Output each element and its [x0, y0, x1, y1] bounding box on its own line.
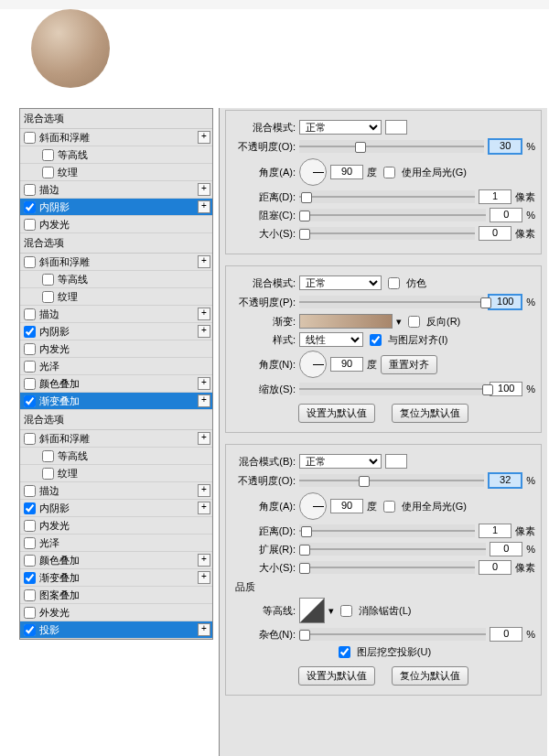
inner-glow-checkbox-2[interactable]: [24, 343, 36, 355]
color-overlay-checkbox-3[interactable]: [24, 555, 36, 567]
texture-checkbox-1[interactable]: [42, 167, 54, 178]
contour-checkbox-3[interactable]: [42, 450, 54, 462]
color-swatch-3[interactable]: [385, 454, 407, 469]
contour-label[interactable]: 等高线: [58, 148, 210, 162]
spread-input[interactable]: 0: [490, 542, 522, 556]
expand-icon[interactable]: +: [198, 571, 210, 584]
inner-shadow-checkbox-2[interactable]: [24, 326, 36, 338]
pattern-overlay-checkbox-3[interactable]: [24, 589, 36, 601]
reset-align-button[interactable]: 重置对齐: [381, 355, 437, 374]
color-swatch[interactable]: [385, 120, 407, 135]
reset-default-button-3[interactable]: 复位为默认值: [392, 666, 468, 686]
dither-checkbox[interactable]: [388, 277, 400, 289]
knockout-checkbox[interactable]: [339, 646, 350, 658]
global-light-checkbox-3[interactable]: [383, 501, 395, 513]
blend-options-header-3[interactable]: 混合选项: [20, 410, 212, 430]
bevel-emboss-checkbox-2[interactable]: [24, 256, 36, 268]
distance-slider[interactable]: [299, 190, 475, 203]
expand-icon[interactable]: +: [198, 377, 210, 390]
opacity-slider[interactable]: [299, 140, 484, 153]
contour-checkbox-2[interactable]: [42, 274, 54, 286]
stroke-checkbox-2[interactable]: [24, 308, 36, 320]
inner-glow-label[interactable]: 内发光: [39, 218, 210, 232]
distance-slider-3[interactable]: [299, 524, 475, 537]
gradient-picker[interactable]: [299, 314, 393, 329]
opacity-input-3[interactable]: 32: [488, 472, 522, 489]
contour-checkbox-1[interactable]: [42, 149, 54, 161]
antialias-checkbox[interactable]: [340, 605, 352, 617]
bevel-emboss-label[interactable]: 斜面和浮雕: [39, 131, 198, 145]
expand-icon[interactable]: +: [198, 255, 210, 268]
blend-mode-select[interactable]: 正常: [299, 120, 382, 135]
choke-input[interactable]: 0: [490, 208, 522, 222]
contour-dropdown-icon[interactable]: ▾: [328, 605, 334, 617]
expand-icon[interactable]: +: [198, 183, 210, 196]
expand-icon[interactable]: +: [198, 432, 210, 445]
noise-input[interactable]: 0: [490, 627, 522, 642]
expand-icon[interactable]: +: [198, 502, 210, 514]
angle-input-2[interactable]: 90: [330, 357, 363, 372]
align-checkbox[interactable]: [370, 334, 382, 346]
contour-picker[interactable]: [299, 598, 325, 623]
opacity-slider-2[interactable]: [299, 296, 484, 308]
texture-checkbox-3[interactable]: [42, 468, 54, 480]
expand-icon[interactable]: +: [198, 484, 210, 497]
blend-mode-select-3[interactable]: 正常: [299, 454, 382, 469]
satin-checkbox-2[interactable]: [24, 361, 36, 373]
color-overlay-checkbox-2[interactable]: [24, 378, 36, 390]
gradient-overlay-checkbox-3[interactable]: [24, 572, 36, 584]
size-slider[interactable]: [299, 227, 475, 240]
noise-slider[interactable]: [299, 628, 486, 641]
inner-glow-checkbox-1[interactable]: [24, 219, 36, 231]
texture-label[interactable]: 纹理: [58, 166, 210, 179]
drop-shadow-checkbox-3[interactable]: [24, 624, 36, 636]
make-default-button-3[interactable]: 设置为默认值: [298, 666, 375, 686]
gradient-dropdown-icon[interactable]: ▾: [396, 316, 402, 328]
angle-dial-2[interactable]: [299, 351, 327, 378]
opacity-input-2[interactable]: 100: [488, 294, 522, 310]
bevel-emboss-checkbox-1[interactable]: [24, 132, 36, 144]
global-light-checkbox[interactable]: [383, 167, 395, 178]
size-input-3[interactable]: 0: [479, 560, 511, 575]
blend-options-header[interactable]: 混合选项: [20, 109, 212, 129]
expand-icon[interactable]: +: [198, 308, 210, 320]
stroke-checkbox-1[interactable]: [24, 184, 36, 196]
inner-glow-checkbox-3[interactable]: [24, 520, 36, 532]
make-default-button[interactable]: 设置为默认值: [298, 404, 375, 423]
texture-checkbox-2[interactable]: [42, 291, 54, 303]
angle-input[interactable]: 90: [330, 165, 363, 179]
distance-input[interactable]: 1: [479, 189, 511, 204]
spread-slider[interactable]: [299, 543, 486, 556]
inner-shadow-checkbox-3[interactable]: [24, 502, 36, 514]
opacity-slider-3[interactable]: [299, 474, 484, 487]
inner-shadow-checkbox-1[interactable]: [24, 201, 36, 213]
distance-input-3[interactable]: 1: [479, 524, 511, 538]
scale-slider[interactable]: [299, 383, 486, 395]
expand-icon[interactable]: +: [198, 394, 210, 407]
expand-icon[interactable]: +: [198, 200, 210, 213]
inner-shadow-label[interactable]: 内阴影: [39, 200, 198, 214]
stroke-checkbox-3[interactable]: [24, 485, 36, 497]
choke-slider[interactable]: [299, 209, 486, 221]
expand-icon[interactable]: +: [198, 131, 210, 144]
reset-default-button[interactable]: 复位为默认值: [392, 404, 468, 423]
angle-input-3[interactable]: 90: [330, 499, 363, 513]
opacity-input[interactable]: 30: [488, 138, 522, 155]
style-select[interactable]: 线性: [299, 332, 363, 347]
blend-mode-select-2[interactable]: 正常: [299, 275, 382, 290]
expand-icon[interactable]: +: [198, 325, 210, 338]
expand-icon[interactable]: +: [198, 554, 210, 567]
gradient-overlay-checkbox-2[interactable]: [24, 395, 36, 407]
expand-icon[interactable]: +: [198, 623, 210, 636]
size-input[interactable]: 0: [479, 226, 511, 241]
scale-input[interactable]: 100: [490, 382, 522, 396]
reverse-checkbox[interactable]: [408, 316, 420, 328]
size-slider-3[interactable]: [299, 561, 475, 574]
stroke-label[interactable]: 描边: [39, 183, 198, 197]
outer-glow-checkbox-3[interactable]: [24, 607, 36, 619]
blend-options-header-2[interactable]: 混合选项: [20, 233, 212, 254]
angle-dial-3[interactable]: [299, 492, 327, 520]
satin-checkbox-3[interactable]: [24, 537, 36, 549]
angle-dial[interactable]: [299, 158, 327, 186]
bevel-emboss-checkbox-3[interactable]: [24, 433, 36, 445]
